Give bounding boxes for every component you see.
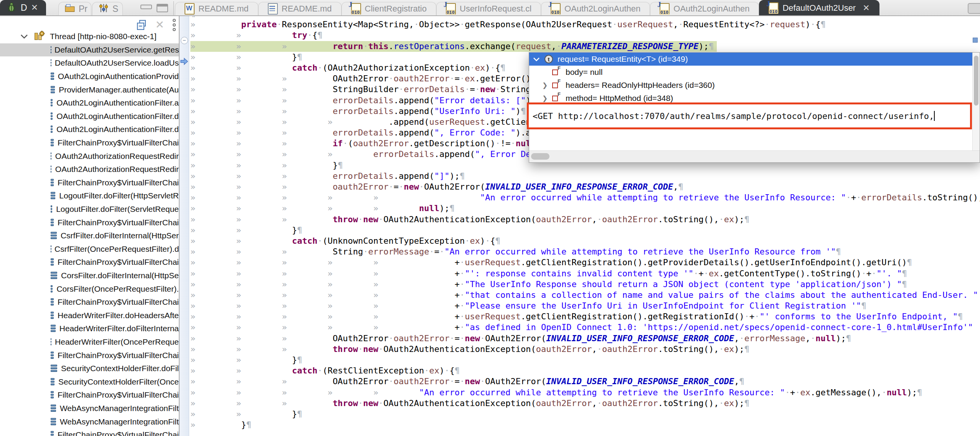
stack-frame-row[interactable]: WebAsyncManagerIntegrationFilt (0, 415, 179, 428)
stack-frame-label: DefaultOAuth2UserService.loadUs (55, 58, 179, 68)
editor-tab[interactable]: J010 DefaultOAuth2User ✕ (759, 0, 879, 15)
stack-frame-row[interactable]: SecurityContextHolderFilter.doFil (0, 362, 179, 375)
stack-frame-label: FilterChainProxy$VirtualFilterChai (58, 430, 179, 436)
popup-horizontal-scrollbar[interactable] (529, 150, 980, 162)
stack-frame-row[interactable]: LogoutFilter.doFilter(ServletReque (0, 203, 179, 216)
file-icon: W (185, 3, 195, 15)
value-detail-box[interactable]: <GET http://localhost:7070/auth/realms/s… (527, 102, 972, 129)
scrollbar-thumb[interactable] (974, 56, 978, 106)
close-icon[interactable]: ✕ (863, 4, 869, 12)
perspective-tab-search[interactable]: S (92, 2, 123, 15)
editor-tab[interactable]: J010 ClientRegistratio (342, 2, 436, 15)
stack-frame-row[interactable]: FilterChainProxy$VirtualFilterChai (0, 136, 179, 150)
code-line: » » }¶ (190, 409, 980, 419)
perspective-tab-project-explorer[interactable]: Pr (58, 2, 91, 15)
stack-frame-row[interactable]: DefaultOAuth2UserService.loadUs (0, 56, 179, 70)
editor-tab-label: OAuth2LoginAuthen (564, 4, 640, 14)
editor-tab[interactable]: J010 OAuth2LoginAuthen (541, 2, 650, 15)
thread-row[interactable]: Thread [http-nio-8080-exec-1] (0, 30, 179, 43)
chevron-right-icon[interactable]: ❯ (542, 94, 548, 102)
editor-tab[interactable]: J010 OAuth2LoginAuthen (650, 2, 759, 15)
code-line: » » » throw·new·OAuth2AuthenticationExce… (190, 214, 980, 225)
window-chrome-icon[interactable] (968, 3, 980, 14)
overview-ruler-marker (973, 38, 978, 43)
stack-frame-row[interactable]: OAuth2AuthorizationRequestRedir (0, 149, 179, 163)
stack-frame-row[interactable]: CsrfFilter.doFilterInternal(HttpSer (0, 229, 179, 243)
chevron-down-icon[interactable] (533, 54, 540, 64)
stack-frame-row[interactable]: LogoutFilter.doFilter(HttpServletR (0, 189, 179, 203)
stack-frame-row[interactable]: OAuth2AuthorizationRequestRedir (0, 163, 179, 176)
stack-frame-icon (51, 258, 54, 266)
stack-frame-icon (51, 73, 54, 80)
minimize-view-button[interactable] (140, 5, 152, 9)
stack-frame-row[interactable]: CorsFilter(OncePerRequestFilter). (0, 282, 179, 296)
stack-frame-row[interactable]: OAuth2LoginAuthenticationFilter.d (0, 123, 179, 136)
stack-frame-icon (51, 405, 56, 412)
stack-frame-label: SecurityContextHolderFilter.doFil (61, 364, 179, 373)
panel-divider[interactable] (179, 15, 180, 436)
code-line: » » » » » +·"as defined in OpenID Connec… (190, 322, 980, 333)
stack-frame-label: OAuth2LoginAuthenticationFilter.d (56, 125, 179, 134)
stack-frame-icon (51, 285, 53, 293)
editor-tab[interactable]: W README.md (175, 2, 258, 15)
stack-frame-row[interactable]: OAuth2LoginAuthenticationFilter.d (0, 110, 179, 123)
stack-frame-row[interactable]: FilterChainProxy$VirtualFilterChai (0, 348, 179, 362)
popup-field-label: method= HttpMethod (id=348) (566, 94, 673, 103)
stack-frame-row[interactable]: FilterChainProxy$VirtualFilterChai (0, 428, 179, 436)
collapse-all-icon[interactable]: − (137, 20, 147, 30)
code-line: » » » throw·new·OAuth2AuthenticationExce… (190, 344, 980, 355)
remove-terminated-icon[interactable]: ✕ (155, 20, 164, 30)
popup-vertical-scrollbar[interactable] (972, 53, 980, 151)
stack-frame-label: CsrfFilter.doFilterInternal(HttpSer (61, 231, 179, 240)
editor-tab[interactable]: README.md (258, 2, 342, 15)
stack-frame-row[interactable]: DefaultOAuth2UserService.getRes (0, 43, 179, 57)
stack-frame-label: FilterChainProxy$VirtualFilterChai (58, 390, 179, 400)
scrollbar-thumb[interactable] (531, 153, 549, 160)
stack-frame-row[interactable]: FilterChainProxy$VirtualFilterChai (0, 296, 179, 309)
stack-frame-row[interactable]: ProviderManager.authenticate(Au (0, 83, 179, 96)
file-icon: J010 (660, 3, 670, 15)
stack-frame-row[interactable]: OAuth2LoginAuthenticationProvid (0, 70, 179, 83)
stack-frame-icon (51, 298, 54, 306)
stack-frame-row[interactable]: CsrfFilter(OncePerRequestFilter).d (0, 243, 179, 256)
stack-frame-row[interactable]: HeaderWriterFilter(OncePerReque (0, 335, 179, 349)
stack-frame-label: FilterChainProxy$VirtualFilterChai (58, 178, 179, 187)
stack-frame-icon (51, 179, 54, 187)
stack-frame-row[interactable]: OAuth2LoginAuthenticationFilter.a (0, 96, 179, 110)
private-field-icon (552, 83, 558, 88)
popup-field-row[interactable]: ❯ body= null (529, 66, 973, 79)
stack-frame-row[interactable]: CorsFilter.doFilterInternal(HttpSe (0, 269, 179, 282)
stack-frame-row[interactable]: WebAsyncManagerIntegrationFilt (0, 402, 179, 415)
stack-frame-row[interactable]: FilterChainProxy$VirtualFilterChai (0, 176, 179, 190)
stack-frame-label: OAuth2LoginAuthenticationProvid (58, 72, 179, 81)
stack-frame-icon (51, 431, 54, 436)
stack-frame-row[interactable]: HeaderWriterFilter.doHeadersAfte (0, 309, 179, 322)
stack-frame-row[interactable]: HeaderWriterFilter.doFilterInterna (0, 322, 179, 335)
popup-selected-row[interactable]: t request= RequestEntity<T> (id=349) (529, 53, 973, 66)
chevron-right-icon[interactable]: ❯ (542, 81, 548, 89)
close-icon[interactable]: ✕ (31, 3, 38, 12)
stack-frame-row[interactable]: SecurityContextHolderFilter(Once (0, 375, 179, 388)
editor-tab-label: OAuth2LoginAuthen (673, 4, 749, 14)
popup-field-row[interactable]: ❯ headers= ReadOnlyHttpHeaders (id=360) (529, 79, 973, 92)
stack-frame-row[interactable]: FilterChainProxy$VirtualFilterChai (0, 256, 179, 269)
stack-frame-icon (51, 165, 51, 173)
annotation-ruler: − (180, 15, 189, 436)
stack-frame-label: CorsFilter(OncePerRequestFilter). (56, 284, 179, 294)
maximize-view-button[interactable] (157, 4, 168, 12)
variable-inspect-popup: t request= RequestEntity<T> (id=349) ❯ b… (529, 52, 980, 163)
stack-frame-label: LogoutFilter.doFilter(ServletReque (56, 205, 179, 214)
stack-frame-row[interactable]: FilterChainProxy$VirtualFilterChai (0, 216, 179, 229)
bug-icon (6, 2, 17, 14)
editor-tab[interactable]: J010 UserInfoRequest.cl (436, 2, 541, 15)
stack-frame-list: DefaultOAuth2UserService.getRes DefaultO… (0, 43, 179, 436)
stack-frame-row[interactable]: FilterChainProxy$VirtualFilterChai (0, 388, 179, 402)
perspective-tab-debug[interactable]: D ✕ (0, 0, 46, 15)
stack-frame-icon (51, 272, 57, 279)
stack-frame-label: OAuth2LoginAuthenticationFilter.a (56, 98, 179, 107)
fold-collapse-icon[interactable]: − (181, 37, 188, 44)
chevron-down-icon[interactable] (20, 32, 28, 41)
private-field-icon (552, 96, 558, 101)
value-text[interactable]: <GET http://localhost:7070/auth/realms/s… (529, 111, 935, 121)
view-menu-icon[interactable] (173, 19, 176, 31)
